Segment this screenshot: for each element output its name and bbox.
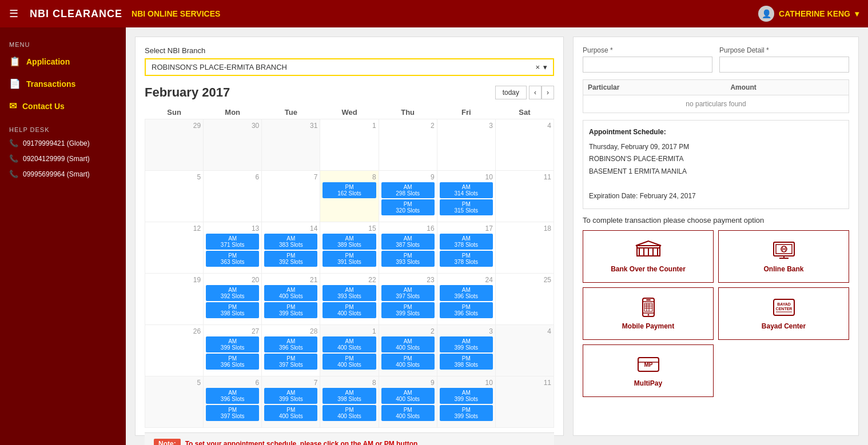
day-number: 4 — [498, 327, 551, 335]
user-name[interactable]: CATHERINE KENG — [779, 9, 850, 18]
phone-globe: 📞 09179999421 (Globe) — [0, 135, 126, 151]
appointment-box: Appointment Schedule: Thursday, February… — [583, 120, 849, 209]
calendar-week-row: 1213AM371 SlotsPM363 Slots14AM383 SlotsP… — [145, 222, 554, 274]
helpdesk-label: HELP DESK — [0, 117, 126, 135]
branch-actions[interactable]: × ▾ — [535, 63, 547, 71]
slot-button-pm[interactable]: PM320 Slots — [381, 199, 435, 215]
slot-button-am[interactable]: AM396 Slots — [206, 388, 259, 404]
slot-button-pm[interactable]: PM400 Slots — [381, 354, 435, 370]
payment-online-bank[interactable]: Online Bank — [718, 230, 849, 283]
slot-button-pm[interactable]: PM400 Slots — [322, 354, 376, 370]
slot-button-pm[interactable]: PM391 Slots — [322, 251, 376, 267]
slot-button-am[interactable]: AM378 Slots — [440, 234, 493, 250]
slot-button-pm[interactable]: PM315 Slots — [440, 199, 493, 215]
chevron-down-icon[interactable]: ▾ — [543, 63, 547, 71]
purpose-detail-select[interactable] — [719, 57, 849, 73]
payment-bank-counter[interactable]: Bank Over the Counter — [583, 230, 714, 283]
slot-button-am[interactable]: AM396 Slots — [264, 336, 317, 352]
slot-button-am[interactable]: AM400 Slots — [264, 285, 317, 301]
day-number: 9 — [381, 379, 435, 387]
slot-button-am[interactable]: AM399 Slots — [440, 388, 493, 404]
slot-button-pm[interactable]: PM396 Slots — [440, 302, 493, 318]
slot-button-am[interactable]: AM400 Slots — [381, 336, 435, 352]
calendar-cell: 9AM400 SlotsPM400 Slots — [379, 376, 437, 428]
calendar-cell: 3AM399 SlotsPM398 Slots — [437, 325, 495, 376]
slot-button-pm[interactable]: PM397 Slots — [206, 405, 259, 421]
slot-button-am[interactable]: AM399 Slots — [264, 388, 317, 404]
slot-button-pm[interactable]: PM400 Slots — [264, 405, 317, 421]
slot-button-pm[interactable]: PM396 Slots — [206, 354, 259, 370]
slot-button-pm[interactable]: PM400 Slots — [322, 302, 376, 318]
online-bank-label: Online Bank — [763, 265, 803, 273]
note-text: To set your appointment schedule, please… — [185, 440, 420, 445]
day-number: 3 — [440, 122, 493, 130]
slot-button-pm[interactable]: PM393 Slots — [381, 251, 435, 267]
calendar-cell: 15AM389 SlotsPM391 Slots — [320, 222, 379, 274]
slot-button-pm[interactable]: PM399 Slots — [381, 302, 435, 318]
day-header-mon: Mon — [204, 106, 262, 119]
slot-button-am[interactable]: AM389 Slots — [322, 234, 376, 250]
sidebar-item-application[interactable]: 📋 Application — [0, 50, 126, 73]
transactions-icon: 📄 — [9, 78, 21, 89]
dropdown-icon[interactable]: ▾ — [855, 9, 859, 18]
calendar-cell: 16AM387 SlotsPM393 Slots — [379, 222, 437, 274]
svg-point-19 — [647, 314, 649, 315]
sidebar-item-contact[interactable]: ✉ Contact Us — [0, 95, 126, 117]
no-particulars-row: no particulars found — [583, 95, 849, 113]
slot-button-pm[interactable]: PM400 Slots — [381, 405, 435, 421]
calendar-cell: 8AM398 SlotsPM400 Slots — [320, 376, 379, 428]
day-number: 27 — [206, 327, 259, 335]
sidebar-item-transactions[interactable]: 📄 Transactions — [0, 73, 126, 95]
next-month-button[interactable]: › — [541, 86, 554, 99]
slot-button-am[interactable]: AM392 Slots — [206, 285, 259, 301]
calendar-cell: 26 — [145, 325, 204, 376]
today-button[interactable]: today — [495, 86, 527, 99]
slot-button-am[interactable]: AM383 Slots — [264, 234, 317, 250]
mobile-payment-icon — [635, 297, 662, 318]
slot-button-pm[interactable]: PM398 Slots — [206, 302, 259, 318]
slot-button-pm[interactable]: PM400 Slots — [322, 405, 376, 421]
slot-button-am[interactable]: AM399 Slots — [206, 336, 259, 352]
payment-bayad[interactable]: BAYAD CENTER Bayad Center — [718, 287, 849, 340]
calendar-cell: 5 — [145, 171, 204, 222]
slot-button-am[interactable]: AM298 Slots — [381, 182, 435, 198]
day-number: 8 — [322, 379, 376, 387]
calendar-cell: 17AM378 SlotsPM378 Slots — [437, 222, 495, 274]
day-number: 29 — [148, 122, 201, 130]
slot-button-am[interactable]: AM396 Slots — [440, 285, 493, 301]
user-section: 👤 CATHERINE KENG ▾ — [758, 6, 859, 22]
month-title: February 2017 — [145, 85, 495, 100]
calendar-cell: 19 — [145, 274, 204, 325]
slot-button-am[interactable]: AM397 Slots — [381, 285, 435, 301]
slot-button-pm[interactable]: PM399 Slots — [264, 302, 317, 318]
hamburger-menu[interactable]: ☰ — [9, 7, 18, 20]
branch-select-wrapper[interactable]: ROBINSON'S PLACE-ERMITA BRANCH × ▾ — [145, 58, 554, 76]
day-header-fri: Fri — [437, 106, 495, 119]
slot-button-pm[interactable]: PM363 Slots — [206, 251, 259, 267]
slot-button-pm[interactable]: PM398 Slots — [440, 354, 493, 370]
slot-button-pm[interactable]: PM162 Slots — [322, 182, 376, 198]
slot-button-am[interactable]: AM400 Slots — [322, 336, 376, 352]
purpose-select[interactable] — [583, 57, 712, 73]
slot-button-am[interactable]: AM400 Slots — [381, 388, 435, 404]
slot-button-am[interactable]: AM371 Slots — [206, 234, 259, 250]
slot-button-am[interactable]: AM314 Slots — [440, 182, 493, 198]
slot-button-am[interactable]: AM399 Slots — [440, 336, 493, 352]
bank-counter-icon — [635, 240, 662, 260]
slot-button-am[interactable]: AM393 Slots — [322, 285, 376, 301]
prev-month-button[interactable]: ‹ — [529, 86, 541, 99]
slot-button-am[interactable]: AM398 Slots — [322, 388, 376, 404]
clear-icon[interactable]: × — [535, 63, 540, 71]
online-bank-icon — [770, 240, 798, 260]
slot-button-pm[interactable]: PM392 Slots — [264, 251, 317, 267]
slot-button-pm[interactable]: PM397 Slots — [264, 354, 317, 370]
sidebar: MENU 📋 Application 📄 Transactions ✉ Cont… — [0, 27, 126, 445]
calendar-cell: 9AM298 SlotsPM320 Slots — [379, 171, 437, 222]
transactions-label: Transactions — [26, 79, 75, 89]
payment-mobile[interactable]: Mobile Payment — [583, 287, 714, 340]
slot-button-pm[interactable]: PM378 Slots — [440, 251, 493, 267]
slot-button-pm[interactable]: PM399 Slots — [440, 405, 493, 421]
calendar-cell: 11 — [495, 171, 554, 222]
payment-multipay[interactable]: MP MultiPay — [583, 344, 714, 397]
slot-button-am[interactable]: AM387 Slots — [381, 234, 435, 250]
